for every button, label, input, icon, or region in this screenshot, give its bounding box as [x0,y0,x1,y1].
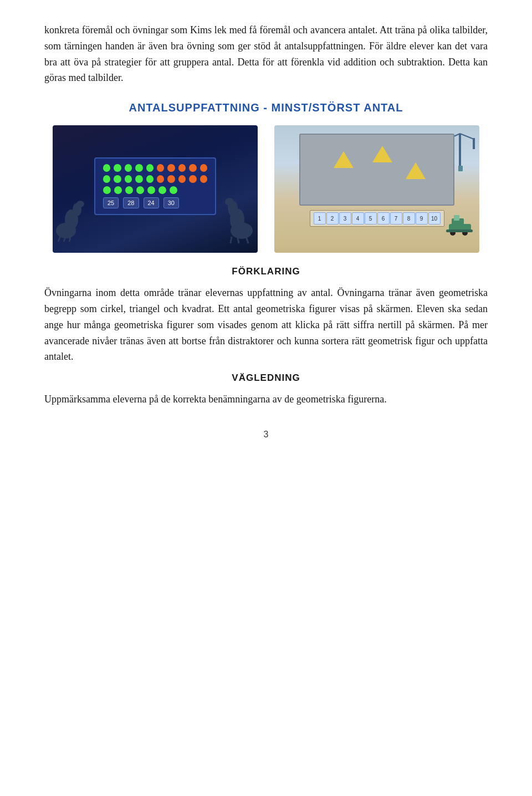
triangle-3 [406,162,426,179]
svg-line-13 [231,237,232,243]
svg-line-11 [246,237,248,243]
dot-orange [189,164,196,172]
dot-orange [157,175,164,183]
dot [158,186,166,194]
svg-line-12 [238,238,239,243]
excavator-icon [446,208,477,236]
num-box-24[interactable]: 24 [144,197,159,208]
num-box-25[interactable]: 25 [103,197,119,208]
dot-orange [157,164,164,172]
dot-orange [200,175,207,183]
num-cell-3[interactable]: 3 [339,212,351,224]
page-number: 3 [44,430,488,440]
svg-rect-18 [458,166,463,171]
svg-point-10 [225,198,234,206]
dot-orange [167,175,175,183]
dino-right-icon [219,189,255,244]
images-row: 25 28 24 30 [44,125,488,253]
dot [135,175,142,183]
dots-grid: 25 28 24 30 [94,157,216,215]
dot-orange [200,164,207,172]
dot-orange [178,175,186,183]
dot [125,175,132,183]
svg-line-6 [64,238,65,242]
number-strip: 1 2 3 4 5 6 7 8 9 10 [310,210,444,227]
num-box-30[interactable]: 30 [163,197,179,208]
dot [103,164,110,172]
triangle-2 [372,146,392,162]
num-cell-9[interactable]: 9 [416,212,428,224]
svg-point-3 [76,201,84,207]
dot [114,164,121,172]
dots-row-2 [103,175,207,183]
dot [170,186,177,194]
dot [125,164,132,172]
dot [114,175,121,183]
vagledning-paragraph: Uppmärksamma eleverna på de korrekta ben… [44,391,488,407]
dot [135,164,142,172]
num-cell-7[interactable]: 7 [390,212,402,224]
number-boxes: 25 28 24 30 [103,197,207,208]
section-heading: ANTALSUPPFATTNING - MINST/STÖRST ANTAL [44,101,488,114]
svg-line-15 [460,134,474,139]
dino-left-icon [55,192,85,242]
dot-orange [189,175,196,183]
dot-orange [178,164,186,172]
forklaring-heading: FÖRKLARING [44,266,488,277]
svg-line-5 [69,237,70,242]
explanation-paragraph: Övningarna inom detta område tränar elev… [44,285,488,365]
dots-row-1 [103,164,207,172]
svg-rect-14 [459,134,461,167]
dot [103,186,111,194]
dot [125,186,133,194]
num-cell-8[interactable]: 8 [403,212,415,224]
left-game-image: 25 28 24 30 [53,125,258,253]
num-cell-2[interactable]: 2 [326,212,339,224]
vagledning-heading: VÄGLEDNING [44,373,488,384]
num-cell-5[interactable]: 5 [365,212,377,224]
num-box-28[interactable]: 28 [123,197,139,208]
dot [114,186,122,194]
dot-orange [167,164,175,172]
svg-rect-21 [454,215,459,221]
right-game-image: 1 2 3 4 5 6 7 8 9 10 [274,125,479,253]
dot [147,186,155,194]
dot [146,175,154,183]
svg-line-4 [58,236,60,242]
svg-rect-16 [473,138,475,149]
num-cell-10[interactable]: 10 [428,212,441,224]
dot [146,164,154,172]
gray-board [299,134,454,206]
dot [136,186,144,194]
dot [103,175,110,183]
intro-paragraph: konkreta föremål och övningar som Kims l… [44,22,488,86]
svg-rect-24 [446,229,473,232]
triangle-1 [334,151,354,168]
dots-row-3 [103,186,207,194]
num-cell-1[interactable]: 1 [314,212,326,224]
num-cell-4[interactable]: 4 [352,212,364,224]
num-cell-6[interactable]: 6 [377,212,390,224]
